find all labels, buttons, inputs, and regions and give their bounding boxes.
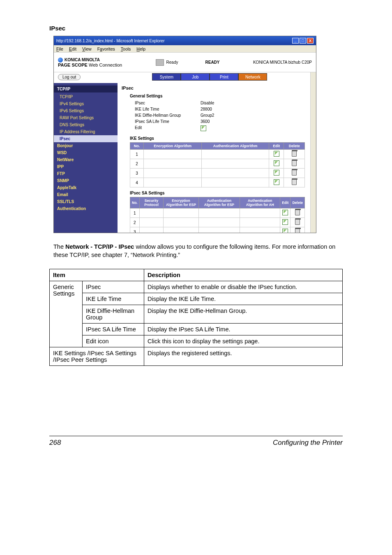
delete-icon[interactable] [295, 210, 300, 215]
value-edit [201, 125, 250, 132]
ike-settings-heading: IKE Settings [122, 136, 312, 141]
ike-hdr-no: No. [130, 143, 144, 150]
menu-favorites[interactable]: Favorites [97, 46, 115, 51]
ipsa-hdr-authah: Authentication Algorithm for AH [240, 197, 280, 208]
brand-block: KONICA MINOLTA PAGE SCOPE Web Connection [58, 58, 122, 67]
logout-button[interactable]: Log out [58, 74, 81, 80]
sidebar-item-rawport[interactable]: RAW Port Settings [54, 114, 118, 121]
sidebar-item-ipv6[interactable]: IPv6 Settings [54, 107, 118, 114]
table-row: IKE Diffie-Hellman Group Display the IKE… [50, 305, 343, 324]
edit-icon[interactable] [274, 160, 279, 166]
cell-editicon: Edit icon [83, 335, 144, 347]
menu-tools[interactable]: Tools [121, 46, 131, 51]
scrollbar[interactable] [310, 72, 316, 233]
sidebar-item-ipp[interactable]: IPP [54, 163, 118, 170]
ike-no: 4 [130, 178, 144, 187]
toolbar-row: Log out System Job Print Network [54, 72, 316, 83]
edit-icon[interactable] [282, 219, 288, 225]
delete-icon[interactable] [292, 170, 297, 176]
page-number: 268 [49, 439, 61, 447]
sidebar-item-ssltls[interactable]: SSL/TLS [54, 198, 118, 205]
ike-no: 2 [130, 159, 144, 169]
ike-row: 4 [130, 178, 305, 187]
maximize-icon[interactable]: □ [300, 38, 306, 44]
edit-icon[interactable] [282, 229, 288, 233]
ipsec-screenshot: http://192.168.1.2/a_index.html - Micros… [53, 36, 316, 233]
label-edit: Edit [135, 125, 201, 132]
brand-pagescope: PAGE SCOPE [58, 62, 88, 67]
edit-icon[interactable] [274, 151, 279, 157]
cell-ipsec-desc: Displays whether to enable or disable th… [144, 281, 343, 293]
tab-network[interactable]: Network [238, 73, 267, 81]
sidebar-item-appletalk[interactable]: AppleTalk [54, 184, 118, 191]
sidebar-item-email[interactable]: Email [54, 191, 118, 198]
cell-ikelife: IKE Life Time [83, 293, 144, 305]
sidebar-item-bonjour[interactable]: Bonjour [54, 142, 118, 149]
ipsa-hdr-edit: Edit [280, 197, 291, 208]
tab-system[interactable]: System [152, 73, 181, 81]
tab-print[interactable]: Print [210, 73, 238, 81]
row-ipsec: IPsecDisable [122, 100, 312, 106]
sidebar-item-ftp[interactable]: FTP [54, 170, 118, 177]
minimize-icon[interactable]: _ [292, 38, 299, 44]
model-name: KONICA MINOLTA bizhub C20P [253, 60, 312, 65]
cell-ike-ipsec-peer: IKE Settings /IPsec SA Settings /IPsec P… [50, 347, 144, 366]
edit-icon[interactable] [282, 210, 288, 215]
ike-table: No. Encryption Algorithm Authentication … [130, 142, 305, 187]
sidebar-item-dns[interactable]: DNS Settings [54, 121, 118, 128]
edit-icon[interactable] [274, 179, 279, 185]
description-paragraph: The Network - TCP/IP - IPsec window allo… [53, 243, 339, 259]
sidebar-item-ipfilter[interactable]: IP Address Filtering [54, 128, 118, 135]
sidebar: TCP/IP TCP/IP IPv4 Settings IPv6 Setting… [54, 83, 118, 233]
menu-help[interactable]: Help [136, 46, 145, 51]
ipsa-hdr-del: Delete [291, 197, 305, 208]
ike-row: 3 [130, 169, 305, 178]
tab-job[interactable]: Job [181, 73, 210, 81]
window-title: http://192.168.1.2/a_index.html - Micros… [56, 39, 164, 43]
menu-view[interactable]: View [82, 46, 92, 51]
label-ikedh: IKE Diffie-Hellman Group [135, 113, 201, 118]
ike-row: 2 [130, 159, 305, 169]
ike-hdr-enc: Encryption Algorithm [143, 143, 201, 150]
ike-row: 1 [130, 150, 305, 159]
ipsa-no: 3 [130, 227, 140, 233]
sidebar-item-ipsec[interactable]: IPsec [54, 135, 118, 142]
sidebar-group-tcpip[interactable]: TCP/IP [54, 86, 118, 92]
page-footer: 268 Configuring the Printer [49, 436, 343, 447]
sidebar-item-snmp[interactable]: SNMP [54, 177, 118, 184]
table-row: Edit icon Click this icon to display the… [50, 335, 343, 347]
delete-icon[interactable] [292, 179, 297, 185]
menu-file[interactable]: File [56, 46, 63, 51]
delete-icon[interactable] [295, 219, 300, 225]
cell-generic: Generic Settings [50, 281, 83, 347]
sidebar-item-netware[interactable]: NetWare [54, 156, 118, 163]
menu-edit[interactable]: Edit [69, 46, 76, 51]
ipsa-hdr-no: No. [130, 197, 140, 208]
status-ready-small: Ready [166, 60, 178, 65]
delete-icon[interactable] [292, 160, 297, 166]
close-icon[interactable]: X [307, 38, 314, 44]
label-ipsec: IPsec [135, 101, 201, 105]
sidebar-item-ipv4[interactable]: IPv4 Settings [54, 100, 118, 107]
edit-icon[interactable] [274, 170, 279, 176]
value-ikelife: 28800 [201, 107, 250, 111]
window-controls: _ □ X [292, 38, 314, 44]
row-ikedh: IKE Diffie-Hellman GroupGroup2 [122, 112, 312, 118]
logo-dot-icon [58, 58, 63, 62]
sidebar-item-auth[interactable]: Authentication [54, 205, 118, 212]
edit-icon[interactable] [201, 125, 206, 131]
table-row: IKE Settings /IPsec SA Settings /IPsec P… [50, 347, 343, 366]
table-row: Generic Settings IPsec Displays whether … [50, 281, 343, 293]
hdr-item: Item [50, 269, 144, 281]
sidebar-item-tcpip[interactable]: TCP/IP [54, 93, 118, 100]
cell-registered-desc: Displays the registered settings. [144, 347, 343, 366]
ipsec-sa-settings-heading: IPsec SA Settings [122, 191, 312, 195]
main-pane: IPsec General Settings IPsecDisable IKE … [118, 83, 316, 233]
value-salife: 3600 [201, 119, 250, 124]
ipsa-hdr-encesp: Encryption Algorithm for ESP [164, 197, 198, 208]
delete-icon[interactable] [292, 151, 297, 157]
sidebar-item-wsd[interactable]: WSD [54, 149, 118, 156]
delete-icon[interactable] [295, 229, 300, 233]
ike-hdr-auth: Authentication Algorithm [202, 143, 269, 150]
cell-ikelife-desc: Display the IKE Life Time. [144, 293, 343, 305]
